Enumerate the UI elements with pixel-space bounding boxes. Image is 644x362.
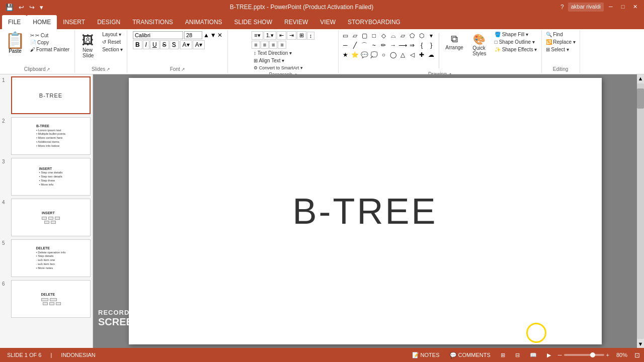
slides-label[interactable]: Slides ↗ [92,66,110,72]
scroll-down-button[interactable]: ▼ [637,340,644,348]
italic-button[interactable]: I [143,40,149,49]
justify-button[interactable]: ≡ [278,41,286,49]
tab-slideshow[interactable]: SLIDE SHOW [228,15,278,29]
slide-item-5[interactable]: 5 DELETE • Delete operation info • Step … [2,239,91,277]
shape-rounded[interactable]: ▢ [360,31,369,40]
col-button[interactable]: ⊞ [297,31,306,40]
shape-pentagon[interactable]: ⬠ [408,31,417,40]
shape-oval[interactable]: ◯ [388,50,397,59]
normal-view-button[interactable]: ⊞ [498,351,508,359]
numbering-button[interactable]: 1.▾ [264,31,276,40]
help-icon[interactable]: ? [558,3,566,12]
tab-file[interactable]: FILE [2,15,27,29]
clear-format-icon[interactable]: ✕ [217,32,222,39]
slideshow-button[interactable]: ▶ [544,351,554,359]
shape-freeform[interactable]: ✏ [379,41,388,50]
maximize-button[interactable]: □ [618,3,628,11]
line-spacing-button[interactable]: ↕ [307,32,315,40]
font-name-input[interactable] [133,31,183,39]
convert-smartart-button[interactable]: ⚙ Convert to SmartArt ▾ [252,65,305,71]
shape-more[interactable]: ▾ [427,31,436,40]
save-icon[interactable]: 💾 [4,3,15,12]
tab-animations[interactable]: ANIMATIONS [179,15,228,29]
arrange-button[interactable]: ⧉ Arrange [442,31,466,52]
right-scrollbar[interactable]: ▲ ▼ [637,74,644,348]
copy-button[interactable]: 📄 Copy [28,39,71,46]
tab-storyboarding[interactable]: STORYBOARDING [342,15,407,29]
new-slide-button[interactable]: 🖼 NewSlide [77,31,99,60]
scroll-up-button[interactable]: ▲ [637,74,644,82]
scroll-thumb[interactable] [637,88,644,109]
shape-callout2[interactable]: 💭 [369,50,378,59]
user-account[interactable]: akbar rivaldi [568,3,604,12]
decrease-indent-button[interactable]: ⇤ [277,31,286,40]
slide-item-4[interactable]: 4 INSERT [2,199,91,236]
font-size-up-icon[interactable]: ▲ [203,32,209,39]
slide-item-2[interactable]: 2 B-TREE • Lorem ipsum text • Multiple b… [2,117,91,155]
shape-tri[interactable]: △ [398,50,407,59]
tab-transitions[interactable]: TRANSITIONS [126,15,179,29]
tab-review[interactable]: REVIEW [278,15,314,29]
shape-arrow1[interactable]: → [388,41,397,50]
text-direction-button[interactable]: ↕ Text Direction ▾ [252,50,294,56]
font-size-down-icon[interactable]: ▼ [210,32,216,39]
align-text-button[interactable]: ⊞ Align Text ▾ [252,57,286,64]
reading-view-button[interactable]: 📖 [527,351,540,359]
more-icon[interactable]: ▾ [38,3,45,12]
slide-item-3[interactable]: 3 INSERT • Step one details • Step two d… [2,158,91,196]
section-button[interactable]: Section ▾ [100,46,125,53]
shape-line2[interactable]: ╱ [350,41,359,50]
reset-button[interactable]: ↺ Reset [100,39,125,45]
strikethrough-button[interactable]: S [160,40,169,49]
shape-cross[interactable]: ✚ [417,50,426,59]
shape-callout1[interactable]: 💬 [360,50,369,59]
shape-circle[interactable]: ○ [379,50,388,59]
shape-arrow3[interactable]: ⇒ [408,41,417,50]
shape-bracket2[interactable]: } [427,41,436,50]
tab-view[interactable]: VIEW [314,15,342,29]
shape-curve[interactable]: ~ [369,41,378,50]
align-left-button[interactable]: ≡ [252,41,260,49]
shape-diamond[interactable]: ◇ [379,31,388,40]
shape-cloud[interactable]: ☁ [427,50,436,59]
clipboard-label[interactable]: Clipboard ↗ [24,66,51,72]
align-right-button[interactable]: ≡ [269,41,277,49]
shape-effects-button[interactable]: ✨ Shape Effects ▾ [493,46,539,53]
shape-line[interactable]: ─ [341,41,350,50]
status-language[interactable]: INDONESIAN [58,351,98,359]
slide-canvas[interactable]: B-TREE [129,78,602,344]
shape-rect2[interactable]: ▱ [350,31,359,40]
shape-star1[interactable]: ★ [341,50,350,59]
quick-styles-button[interactable]: 🎨 QuickStyles [468,31,491,58]
bold-button[interactable]: B [133,40,142,49]
font-size-input[interactable] [184,31,202,39]
tab-design[interactable]: DESIGN [91,15,126,29]
cut-button[interactable]: ✂ ✂ Cut [28,32,71,39]
slide-item-1[interactable]: 1 B-TREE [2,76,91,114]
zoom-track[interactable] [564,354,604,356]
close-button[interactable]: ✕ [630,3,640,11]
replace-button[interactable]: 🔁 Replace ▾ [544,39,578,45]
fit-slide-button[interactable]: ⊡ [634,351,640,359]
shadow-button[interactable]: S [170,40,179,49]
shape-outline-button[interactable]: □ Shape Outline ▾ [493,39,539,45]
zoom-percent[interactable]: 80% [613,351,630,359]
shape-trapezoid[interactable]: ⌓ [388,31,397,40]
shape-arrow2[interactable]: ⟶ [398,41,407,50]
align-center-button[interactable]: ≡ [261,41,269,49]
redo-icon[interactable]: ↪ [28,3,36,12]
slide-item-6[interactable]: 6 DELETE [2,280,91,318]
find-button[interactable]: 🔍 Find [544,31,578,38]
font-label[interactable]: Font ↗ [170,66,185,72]
shape-rect[interactable]: ▭ [341,31,350,40]
shape-bracket1[interactable]: { [417,41,426,50]
undo-icon[interactable]: ↩ [17,3,26,12]
layout-button[interactable]: Layout ▾ [100,31,125,38]
select-button[interactable]: ⊞ Select ▾ [544,46,578,53]
increase-indent-button[interactable]: ⇥ [287,31,296,40]
shape-square[interactable]: □ [369,31,378,40]
tab-home[interactable]: HOME [27,15,57,29]
bullets-button[interactable]: ≡▾ [252,31,263,40]
shape-star2[interactable]: ⭐ [350,50,359,59]
zoom-slider[interactable]: ─ + [558,352,609,358]
